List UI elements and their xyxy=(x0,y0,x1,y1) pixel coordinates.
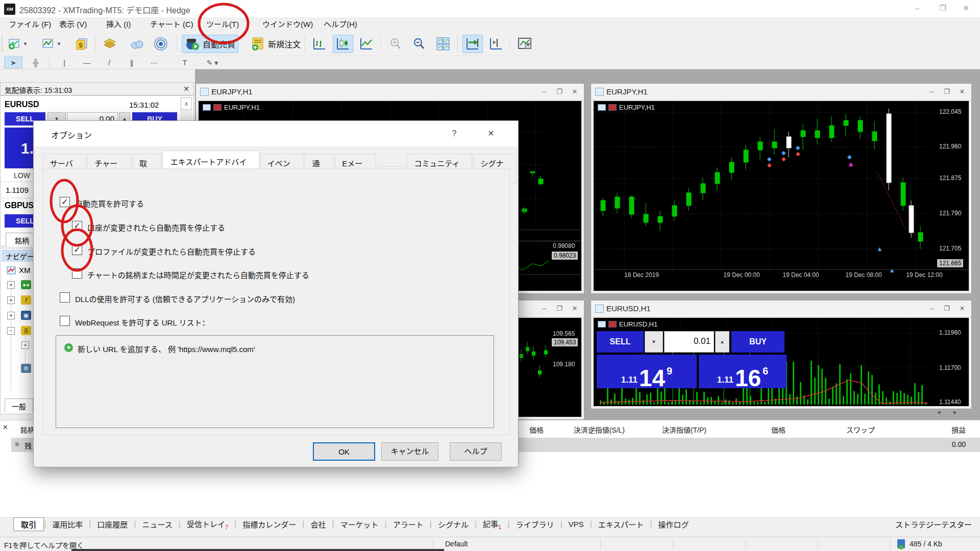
col-symbol[interactable]: 銘柄 xyxy=(20,424,35,435)
menu-view[interactable]: 表示 (V) xyxy=(59,18,87,31)
close-icon[interactable]: ✕ xyxy=(183,85,189,93)
sell-button[interactable]: SELL xyxy=(597,331,644,353)
strategy-tester-label[interactable]: ストラテジーテスター xyxy=(895,519,972,530)
mdi-scroll-left-icon[interactable]: ◂ xyxy=(937,408,941,416)
close-icon[interactable]: ✕ xyxy=(955,305,969,312)
tab-experts[interactable]: エキスパート xyxy=(592,519,650,530)
minimize-icon[interactable]: – xyxy=(924,88,939,95)
market-watch-button[interactable]: $ xyxy=(72,35,92,53)
experts-icon[interactable]: ▣ xyxy=(21,311,31,320)
url-list-box[interactable]: + 新しい URL を追加する、 例 'https://www.mql5.com… xyxy=(56,335,494,428)
services-gear-icon[interactable]: ⚙ xyxy=(21,364,31,373)
col-profit[interactable]: 損益 xyxy=(951,424,966,435)
tab-vps[interactable]: VPS xyxy=(562,520,590,529)
dialog-help-icon[interactable]: ? xyxy=(446,127,463,140)
tab-articles[interactable]: 記事1 xyxy=(477,518,507,530)
add-url-hint[interactable]: 新しい URL を追加する、 例 'https://www.mql5.com' xyxy=(78,343,255,354)
menu-insert[interactable]: 挿入 (I) xyxy=(106,18,131,31)
candlestick-chart-button[interactable] xyxy=(333,35,353,53)
traffic-stats[interactable]: 485 / 4 Kb xyxy=(910,540,942,548)
menu-chart[interactable]: チャート (C) xyxy=(150,18,193,31)
bar-chart-button[interactable] xyxy=(309,35,330,53)
tab-trade[interactable]: 取引 xyxy=(13,517,44,531)
chart-body[interactable]: EURJPY,H1 122.045 121.960 121.875 121.79… xyxy=(593,101,969,291)
tab-calendar[interactable]: 指標カレンダー xyxy=(236,519,302,530)
bid-price-panel[interactable]: 1.11 14 9 xyxy=(597,355,697,388)
tab-library[interactable]: ライブラリ xyxy=(509,519,560,530)
cancel-button[interactable]: キャンセル xyxy=(381,442,438,461)
fibonacci-tool[interactable]: ⋯ xyxy=(145,57,163,68)
mdi-scroll-right-icon[interactable]: ▸ xyxy=(953,408,957,416)
collapse-scripts-icon[interactable]: − xyxy=(7,327,15,335)
profile-name[interactable]: Default xyxy=(445,540,468,548)
col-tp[interactable]: 決済指値(T/P) xyxy=(662,424,706,435)
close-icon[interactable]: ✕ xyxy=(568,88,582,95)
expand-indicators-icon[interactable]: + xyxy=(7,296,15,304)
maximize-icon[interactable]: ❐ xyxy=(940,305,954,312)
buy-button[interactable]: BUY xyxy=(731,331,785,353)
checkbox-disable-on-account-change[interactable]: ✓ xyxy=(72,221,82,231)
horizontal-line-tool[interactable]: — xyxy=(78,57,96,68)
auto-scroll-button[interactable] xyxy=(462,35,483,53)
save-template-button[interactable] xyxy=(514,35,536,53)
checkbox-disable-on-profile-change[interactable]: ✓ xyxy=(72,245,82,255)
volume-down-button[interactable]: ▼ xyxy=(645,331,663,353)
col-sl[interactable]: 決済逆指値(S/L) xyxy=(574,424,625,435)
dialog-titlebar[interactable]: オプション ? ✕ xyxy=(34,121,518,146)
dropdown-caret-icon[interactable]: ▼ xyxy=(23,41,28,46)
ok-button[interactable]: OK xyxy=(313,442,375,461)
expand-subfolder-icon[interactable]: + xyxy=(21,341,29,349)
cursor-tool[interactable]: ➤ xyxy=(4,57,22,68)
crosshair-tool[interactable]: ╬ xyxy=(27,57,45,68)
indicators-icon[interactable]: f xyxy=(21,295,31,305)
line-chart-button[interactable] xyxy=(356,35,377,53)
scroll-up-icon[interactable]: ∧ xyxy=(181,97,192,110)
maximize-button[interactable]: ❐ xyxy=(931,0,954,16)
menu-help[interactable]: ヘルプ(H) xyxy=(324,18,357,31)
zoom-in-button[interactable] xyxy=(386,35,405,53)
col-swap[interactable]: スワップ xyxy=(846,424,875,435)
chart-body[interactable]: EURUSD,H1 SELL ▼ 0.01 ▲ BUY 1.11 14 9 1.… xyxy=(593,317,969,407)
tab-exposure[interactable]: 運用比率 xyxy=(46,519,89,530)
expand-accounts-icon[interactable]: + xyxy=(7,281,15,289)
tab-market[interactable]: マーケット xyxy=(334,519,385,530)
zoom-out-button[interactable] xyxy=(409,35,429,53)
minimize-icon[interactable]: – xyxy=(537,305,551,312)
scripts-icon[interactable]: ≣ xyxy=(21,326,31,335)
chart-window-titlebar[interactable]: EURJPY,H1 – ❐ ✕ xyxy=(591,84,971,101)
trendline-tool[interactable]: / xyxy=(100,57,118,68)
menu-file[interactable]: ファイル (F) xyxy=(9,18,51,31)
cloud-button[interactable] xyxy=(127,35,147,53)
tab-history[interactable]: 口座履歴 xyxy=(91,519,134,530)
checkbox-disable-on-symbol-change[interactable] xyxy=(72,268,82,279)
nav-root-item[interactable]: XM xyxy=(7,266,31,274)
shapes-tool[interactable]: ✎ ▾ xyxy=(200,57,225,68)
data-window-button[interactable] xyxy=(100,35,119,53)
tab-signals[interactable]: シグナル xyxy=(432,519,475,530)
expand-experts-icon[interactable]: + xyxy=(7,312,15,319)
minimize-icon[interactable]: – xyxy=(537,88,551,95)
one-click-icon[interactable] xyxy=(598,321,606,328)
market-watch-header[interactable]: 気配値表示: 15:31:03 ✕ xyxy=(0,82,194,95)
tile-windows-button[interactable] xyxy=(433,35,453,53)
checkbox-allow-webrequest[interactable] xyxy=(60,316,70,326)
accounts-icon[interactable]: ●● xyxy=(21,280,31,289)
auto-trading-button[interactable]: 自動売買 xyxy=(182,35,238,53)
chart-window-eurjpy[interactable]: EURJPY,H1 – ❐ ✕ EURJPY,H1 122.045 121.96… xyxy=(591,83,972,294)
add-url-icon[interactable]: + xyxy=(64,343,73,352)
tab-company[interactable]: 会社 xyxy=(304,519,332,530)
new-chart-button[interactable]: ▼ xyxy=(5,35,31,53)
text-tool[interactable]: T xyxy=(176,57,194,68)
close-icon[interactable]: ✕ xyxy=(3,423,8,431)
menu-window[interactable]: ウインドウ(W) xyxy=(262,18,313,31)
chart-window-titlebar[interactable]: EURUSD,H1 – ❐ ✕ xyxy=(591,300,971,317)
volume-up-button[interactable]: ▲ xyxy=(715,331,729,353)
checkbox-allow-dll[interactable] xyxy=(60,292,70,303)
signals-button[interactable] xyxy=(151,35,170,53)
depth-icon[interactable] xyxy=(608,321,617,328)
close-icon[interactable]: ✕ xyxy=(568,305,582,312)
channel-tool[interactable]: ∥ xyxy=(122,57,141,68)
close-button[interactable]: ✕ xyxy=(954,0,978,16)
col-price-open[interactable]: 価格 xyxy=(529,424,544,435)
chart-window-eurusd[interactable]: EURUSD,H1 – ❐ ✕ EURUSD,H1 SELL ▼ 0.01 ▲ … xyxy=(591,300,972,409)
